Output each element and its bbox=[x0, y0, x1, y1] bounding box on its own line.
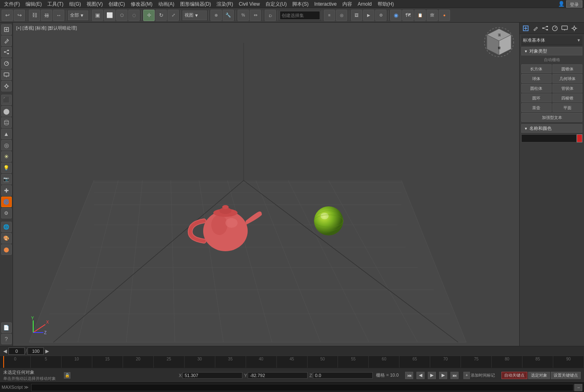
pivot-button[interactable]: ⊕ bbox=[210, 10, 222, 21]
cone-icon-btn[interactable]: ▲ bbox=[1, 129, 12, 139]
schematic-view-button[interactable]: 🕸 bbox=[427, 10, 438, 21]
select-region2-button[interactable]: ⬡ bbox=[116, 10, 127, 21]
system-icon-btn[interactable]: ⚙ bbox=[1, 208, 12, 218]
display-tab[interactable] bbox=[1, 70, 12, 80]
colors-icon-btn[interactable]: 🎨 bbox=[1, 233, 12, 244]
panel-motion-icon[interactable] bbox=[550, 24, 559, 33]
panel-dropdown-icon[interactable]: ▼ bbox=[577, 38, 581, 42]
timeline-track[interactable]: 0 5 10 15 20 25 30 35 40 45 50 55 60 65 … bbox=[0, 356, 584, 368]
navigation-cube[interactable]: 顶 前 bbox=[483, 27, 515, 59]
render2-icon-btn[interactable]: ⬤ bbox=[1, 244, 12, 255]
menu-view[interactable]: 视图(V) bbox=[84, 0, 105, 8]
undo-button[interactable]: ↩ bbox=[2, 10, 13, 21]
hierarchy-tab[interactable] bbox=[1, 47, 12, 57]
viewport-canvas[interactable]: 顶 前 bbox=[13, 23, 519, 346]
go-start-button[interactable]: ⏮ bbox=[405, 372, 413, 379]
panel-utilities-icon[interactable] bbox=[570, 24, 579, 33]
select-button[interactable]: ▣ bbox=[92, 10, 103, 21]
material-editor-button[interactable]: ◉ bbox=[390, 10, 401, 21]
move-button[interactable]: ✛ bbox=[143, 10, 155, 21]
current-frame-input[interactable] bbox=[8, 348, 25, 355]
selection-set-input[interactable] bbox=[280, 11, 320, 20]
panel-modify-icon[interactable] bbox=[531, 24, 540, 33]
teapot-button[interactable]: 茶壶 bbox=[521, 103, 552, 112]
maxscript-send-button[interactable]: → bbox=[574, 384, 582, 391]
auto-key-button[interactable]: 自动关键点 bbox=[501, 372, 527, 379]
utilities-tab[interactable] bbox=[1, 81, 12, 91]
menu-render[interactable]: 渲染(R) bbox=[214, 0, 236, 8]
select-region-button[interactable]: ⬜ bbox=[104, 10, 115, 21]
cylinder-icon-btn[interactable] bbox=[1, 117, 12, 128]
material-maps-button[interactable]: 🗺 bbox=[402, 10, 414, 21]
go-end-button[interactable]: ⏭ bbox=[450, 372, 459, 379]
menu-graph-editor[interactable]: 图形编辑器(D) bbox=[178, 0, 214, 8]
set-key-filters-button[interactable]: 设置关键键点 bbox=[551, 372, 581, 379]
sphere-icon-btn[interactable]: ⬤ bbox=[1, 106, 12, 117]
z-value-input[interactable] bbox=[313, 372, 373, 379]
name-color-header[interactable]: ▼ 名称和颜色 bbox=[521, 124, 582, 133]
object-type-header[interactable]: ▼ 对象类型 bbox=[521, 47, 582, 55]
rotate-button[interactable]: ↻ bbox=[155, 10, 167, 21]
playhead[interactable] bbox=[3, 356, 4, 368]
helper-icon-btn[interactable]: ✚ bbox=[1, 185, 12, 196]
box-button[interactable]: 长方体 bbox=[521, 64, 552, 73]
menu-script[interactable]: 脚本(S) bbox=[290, 0, 311, 8]
menu-modifier[interactable]: 修改器(M) bbox=[128, 0, 155, 8]
snap-button[interactable]: 🔧 bbox=[223, 10, 234, 21]
next-frame-button[interactable]: ▶ bbox=[439, 372, 447, 379]
plane-button[interactable]: 平面 bbox=[552, 103, 583, 112]
globe-icon-btn[interactable]: 🌐 bbox=[1, 222, 12, 232]
object-name-input[interactable] bbox=[521, 134, 577, 142]
panel-display-icon[interactable] bbox=[560, 24, 569, 33]
menu-interactive[interactable]: Interactive bbox=[312, 0, 339, 8]
color-clipboard-button[interactable]: ● bbox=[439, 10, 450, 21]
maxscript-input[interactable] bbox=[31, 384, 573, 391]
percent-button[interactable]: % bbox=[238, 10, 249, 21]
menu-civil-view[interactable]: Civil View bbox=[236, 0, 262, 8]
camera-icon-btn[interactable]: 📷 bbox=[1, 174, 12, 184]
isolate-button[interactable]: ◎ bbox=[336, 10, 347, 21]
select-filter-dropdown[interactable]: 全部 ▼ bbox=[68, 11, 88, 20]
link-button[interactable]: ⛓ bbox=[29, 10, 40, 21]
mirror-button[interactable]: ⇔ bbox=[250, 10, 261, 21]
tube-button[interactable]: 管状体 bbox=[552, 84, 583, 93]
menu-group[interactable]: 组(G) bbox=[67, 0, 83, 8]
torus-button[interactable]: 圆环 bbox=[521, 93, 552, 102]
exttext-button[interactable]: 加强型文本 bbox=[521, 113, 582, 122]
help-icon-btn[interactable]: ? bbox=[1, 334, 12, 344]
menu-tools[interactable]: 工具(T) bbox=[45, 0, 66, 8]
pyramid-button[interactable]: 四棱锥 bbox=[552, 93, 583, 102]
login-button[interactable]: 登录 bbox=[566, 0, 582, 8]
render-frame-button[interactable]: 🖼 bbox=[351, 10, 362, 21]
menu-help[interactable]: 帮助(H) bbox=[375, 0, 397, 8]
scale-button[interactable]: ⤢ bbox=[168, 10, 179, 21]
redo-button[interactable]: ↪ bbox=[14, 10, 25, 21]
add-time-tag-button[interactable]: + bbox=[463, 372, 470, 379]
play-button[interactable]: ▶ bbox=[428, 372, 436, 379]
menu-content[interactable]: 内容 bbox=[340, 0, 355, 8]
panel-hierarchy-icon[interactable] bbox=[541, 24, 550, 33]
unlink-button[interactable]: ⛓ bbox=[41, 10, 52, 21]
panel-create-icon[interactable] bbox=[521, 24, 530, 33]
menu-create[interactable]: 创建(C) bbox=[106, 0, 127, 8]
motion-tab[interactable] bbox=[1, 58, 12, 69]
teapot-object[interactable] bbox=[187, 197, 268, 257]
selection-lock-button[interactable]: 🔒 bbox=[64, 372, 70, 379]
timeline-prev-arrow[interactable]: ◀ bbox=[3, 348, 7, 354]
modify-tab[interactable] bbox=[1, 36, 12, 46]
total-frames-input[interactable] bbox=[28, 348, 44, 355]
menu-file[interactable]: 文件(F) bbox=[2, 0, 22, 8]
y-value-input[interactable] bbox=[248, 372, 308, 379]
align-button[interactable]: ⫐ bbox=[265, 10, 276, 21]
view-dropdown[interactable]: 视图 ▼ bbox=[183, 11, 207, 20]
ring-icon-btn[interactable]: ◎ bbox=[1, 140, 12, 150]
spacewarp-icon-btn[interactable]: 🌀 bbox=[1, 197, 12, 207]
cone-button[interactable]: 圆锥体 bbox=[552, 64, 583, 73]
menu-arnold[interactable]: Arnold bbox=[355, 0, 374, 8]
viewport[interactable]: [+] [透视] [标准] [默认明暗处理] bbox=[13, 23, 519, 346]
cylinder-button[interactable]: 圆柱体 bbox=[521, 84, 552, 93]
sphere-object[interactable] bbox=[312, 205, 345, 237]
x-value-input[interactable] bbox=[183, 372, 242, 379]
menu-edit[interactable]: 编辑(E) bbox=[23, 0, 44, 8]
render-button[interactable]: ▶ bbox=[363, 10, 374, 21]
